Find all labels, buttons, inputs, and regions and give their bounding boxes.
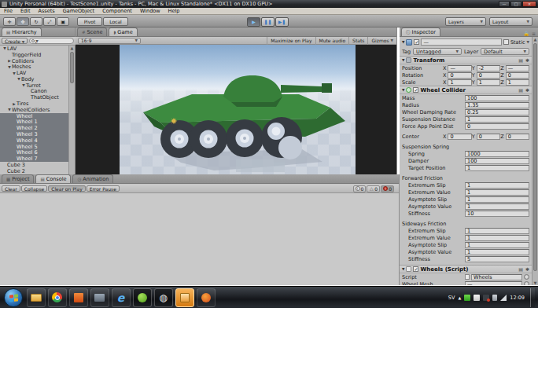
hierarchy-item-triggerfield[interactable]: TriggerField xyxy=(0,52,69,58)
error-pause-button[interactable]: Error Pause xyxy=(87,185,120,192)
field-value[interactable]: 10 xyxy=(465,211,529,217)
hierarchy-item-wheel[interactable]: Wheel xyxy=(0,113,69,119)
hierarchy-item-wheel-7[interactable]: Wheel 7 xyxy=(0,156,69,162)
tab-project[interactable]: ▦Project xyxy=(2,174,34,183)
field-value[interactable]: 1000 xyxy=(465,151,529,157)
tag-dropdown[interactable]: Untagged▼ xyxy=(413,48,462,55)
tray-grid-icon[interactable] xyxy=(474,295,480,301)
field-value[interactable]: 0.25 xyxy=(465,109,529,115)
hand-tool-button[interactable]: ✛ xyxy=(3,17,16,26)
foldout-icon[interactable]: ▼ xyxy=(402,267,404,271)
scrollbar-thumb[interactable] xyxy=(70,52,74,83)
transform-header[interactable]: ▼ Transform ▤✱ xyxy=(400,56,532,64)
maximize-button[interactable]: □ xyxy=(510,1,521,7)
object-picker-icon[interactable] xyxy=(524,274,529,280)
axis-field-x[interactable]: 0 xyxy=(448,72,471,79)
scrollbar-thumb[interactable] xyxy=(533,43,537,271)
static-caret-icon[interactable]: ▼ xyxy=(527,40,529,44)
field-value[interactable]: 5 xyxy=(465,256,529,262)
local-toggle[interactable]: Local xyxy=(103,17,128,26)
hierarchy-item-thatobject[interactable]: ThatObject xyxy=(0,94,69,101)
foldout-icon[interactable]: ▼ xyxy=(402,40,404,44)
panel-menu-icon[interactable]: ≡ xyxy=(532,31,536,36)
axis-field-z[interactable]: 1 xyxy=(506,79,529,86)
search-input[interactable]: ▼ xyxy=(29,38,74,44)
gear-icon[interactable]: ✱ xyxy=(525,57,529,63)
hierarchy-item-wheelcolliders[interactable]: ▼WheelColliders xyxy=(0,107,69,113)
axis-field-y[interactable]: -2 xyxy=(477,65,501,71)
gizmos-button[interactable]: Gizmos▼ xyxy=(367,37,396,45)
menu-edit[interactable]: Edit xyxy=(17,8,35,15)
field-value[interactable]: 1 xyxy=(465,203,529,210)
clear-on-play-button[interactable]: Clear on Play xyxy=(48,185,86,192)
hierarchy-item-wheel-1[interactable]: Wheel 1 xyxy=(0,119,69,126)
component-enabled-checkbox[interactable]: ✓ xyxy=(413,266,418,272)
rotate-tool-button[interactable]: ↻ xyxy=(30,17,42,26)
clear-button[interactable]: Clear xyxy=(2,185,20,192)
field-value[interactable]: 1.35 xyxy=(465,102,529,108)
field-value[interactable]: 1 xyxy=(465,242,529,248)
gear-icon[interactable]: ✱ xyxy=(525,87,529,93)
field-value[interactable]: 1 xyxy=(465,189,529,196)
taskbar-active-window-button[interactable] xyxy=(175,288,194,307)
lock-icon[interactable]: 🔒 xyxy=(523,31,529,36)
volume-icon[interactable] xyxy=(483,295,489,301)
taskbar-app4-button[interactable] xyxy=(90,288,109,307)
taskbar-app3-button[interactable] xyxy=(69,288,88,307)
axis-field-x[interactable]: 1 xyxy=(448,79,471,86)
field-value[interactable]: 1 xyxy=(465,182,529,189)
field-value[interactable]: 1 xyxy=(465,249,529,255)
tab-inspector[interactable]: ⓘ Inspector xyxy=(401,27,440,36)
maximize-on-play-button[interactable]: Maximize on Play xyxy=(267,37,315,45)
foldout-icon[interactable]: ▼ xyxy=(402,88,404,92)
hierarchy-item-wheel-2[interactable]: Wheel 2 xyxy=(0,125,69,131)
taskbar-ie-button[interactable]: e xyxy=(112,288,131,307)
field-value[interactable]: — xyxy=(465,281,522,286)
name-field[interactable]: — xyxy=(421,38,501,46)
axis-field-z[interactable]: 0 xyxy=(506,134,529,140)
taskbar-unity-button[interactable]: ◍ xyxy=(154,288,173,307)
menu-gameobject[interactable]: GameObject xyxy=(59,8,99,15)
field-value[interactable]: 100 xyxy=(465,158,529,164)
taskbar-green-app-button[interactable] xyxy=(133,288,152,307)
component-enabled-checkbox[interactable]: ✓ xyxy=(413,87,418,93)
axis-field-y[interactable]: 1 xyxy=(477,79,501,86)
warning-count-button[interactable]: △0 xyxy=(367,185,380,192)
field-value[interactable]: 1 xyxy=(465,228,529,234)
game-viewport[interactable] xyxy=(76,45,396,174)
field-value[interactable]: 1 xyxy=(465,165,529,171)
hidden-icons-chevron[interactable]: ▲ xyxy=(458,295,461,300)
field-value[interactable]: 1 xyxy=(465,196,529,203)
hierarchy-item-wheel-5[interactable]: Wheel 5 xyxy=(0,144,69,150)
gear-icon[interactable]: ✱ xyxy=(525,266,529,272)
mute-audio-button[interactable]: Mute audio xyxy=(315,37,349,45)
tray-green-icon[interactable] xyxy=(464,295,470,301)
pivot-toggle[interactable]: Pivot xyxy=(77,17,102,26)
field-value[interactable]: 1 xyxy=(465,116,529,123)
minimize-button[interactable]: — xyxy=(499,1,510,7)
tab-hierarchy[interactable]: ▤ Hierarchy xyxy=(2,27,42,36)
wheel-collider-header[interactable]: ▼ ✓ Wheel Collider ▤✱ xyxy=(400,86,532,94)
hierarchy-scrollbar[interactable]: ▲ xyxy=(68,46,75,174)
create-button[interactable]: Create ▼ xyxy=(2,38,28,44)
tab-console[interactable]: ▤Console xyxy=(35,174,71,183)
menu-assets[interactable]: Assets xyxy=(34,8,58,15)
wheels-script-header[interactable]: ▼ ✓ Wheels (Script) ▤✱ xyxy=(400,265,532,273)
hierarchy-item-turret[interactable]: ▼Turret xyxy=(0,82,69,89)
rect-tool-button[interactable]: ▣ xyxy=(57,17,69,26)
hierarchy-item-tires[interactable]: ▶Tires xyxy=(0,101,69,107)
axis-field-x[interactable]: 0 xyxy=(448,134,471,140)
aspect-ratio-dropdown[interactable]: 16:9▼ xyxy=(78,38,141,44)
start-button[interactable] xyxy=(4,288,23,307)
hierarchy-item-lav[interactable]: ▼LAV xyxy=(0,46,69,52)
hierarchy-item-lav[interactable]: ▼LAV xyxy=(0,70,69,76)
taskbar-red-app-button[interactable] xyxy=(197,288,216,307)
inspector-scrollbar[interactable]: ▲ ▼ xyxy=(532,37,538,285)
axis-field-z[interactable]: 0 xyxy=(506,72,529,79)
hierarchy-item-meshes[interactable]: ▼Meshes xyxy=(0,64,69,70)
taskbar-chrome-button[interactable] xyxy=(48,288,67,307)
hierarchy-item-colliders[interactable]: ▶Colliders xyxy=(0,58,69,64)
collapse-button[interactable]: Collapse xyxy=(21,185,48,192)
pause-button[interactable]: ❚❚ xyxy=(261,17,275,27)
move-tool-button[interactable]: ✥ xyxy=(17,17,29,26)
